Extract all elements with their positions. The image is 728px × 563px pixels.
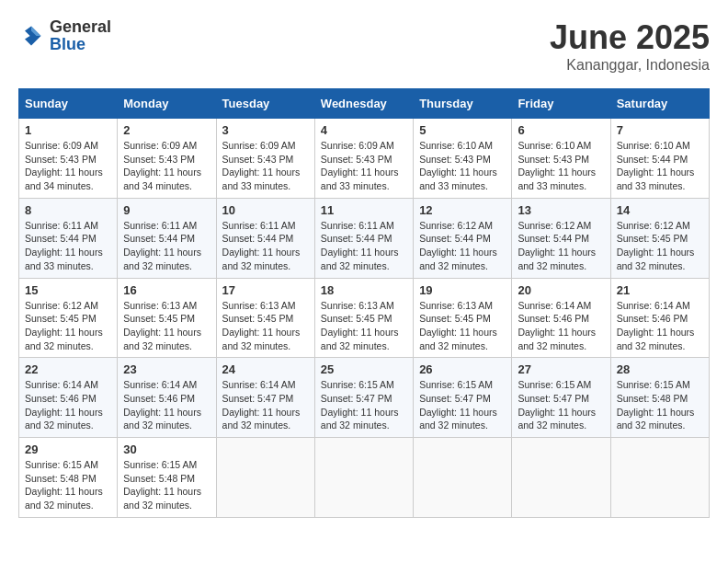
col-monday: Monday — [118, 89, 216, 119]
day-number: 25 — [321, 362, 407, 376]
cell-content: Sunrise: 6:13 AMSunset: 5:45 PMDaylight:… — [419, 299, 506, 353]
table-cell: 5Sunrise: 6:10 AMSunset: 5:43 PMDaylight… — [414, 119, 512, 199]
day-number: 8 — [25, 203, 111, 217]
day-number: 15 — [25, 283, 111, 297]
table-cell: 1Sunrise: 6:09 AMSunset: 5:43 PMDaylight… — [19, 119, 118, 199]
day-number: 20 — [518, 283, 604, 297]
table-cell: 4Sunrise: 6:09 AMSunset: 5:43 PMDaylight… — [314, 119, 413, 199]
table-cell — [216, 438, 314, 518]
page-header: General Blue June 2025 Kananggar, Indone… — [18, 18, 710, 74]
day-number: 27 — [518, 362, 604, 376]
day-number: 19 — [419, 283, 506, 297]
table-cell: 21Sunrise: 6:14 AMSunset: 5:46 PMDayligh… — [610, 278, 709, 358]
cell-content: Sunrise: 6:14 AMSunset: 5:46 PMDaylight:… — [617, 299, 703, 353]
cell-content: Sunrise: 6:10 AMSunset: 5:44 PMDaylight:… — [617, 139, 703, 193]
table-cell: 25Sunrise: 6:15 AMSunset: 5:47 PMDayligh… — [314, 358, 413, 438]
col-saturday: Saturday — [610, 89, 709, 119]
month-title: June 2025 — [550, 18, 710, 57]
cell-content: Sunrise: 6:12 AMSunset: 5:45 PMDaylight:… — [617, 219, 703, 273]
day-number: 22 — [25, 362, 111, 376]
table-cell: 11Sunrise: 6:11 AMSunset: 5:44 PMDayligh… — [314, 198, 413, 278]
table-cell: 10Sunrise: 6:11 AMSunset: 5:44 PMDayligh… — [216, 198, 314, 278]
day-number: 16 — [123, 283, 210, 297]
day-number: 2 — [123, 123, 210, 137]
day-number: 5 — [419, 123, 506, 137]
col-tuesday: Tuesday — [216, 89, 314, 119]
table-cell: 17Sunrise: 6:13 AMSunset: 5:45 PMDayligh… — [216, 278, 314, 358]
day-number: 1 — [25, 123, 111, 137]
cell-content: Sunrise: 6:15 AMSunset: 5:48 PMDaylight:… — [617, 378, 703, 432]
week-row-5: 29Sunrise: 6:15 AMSunset: 5:48 PMDayligh… — [19, 438, 710, 518]
day-number: 9 — [123, 203, 210, 217]
day-number: 24 — [222, 362, 309, 376]
table-cell: 24Sunrise: 6:14 AMSunset: 5:47 PMDayligh… — [216, 358, 314, 438]
table-cell: 30Sunrise: 6:15 AMSunset: 5:48 PMDayligh… — [118, 438, 216, 518]
table-cell: 20Sunrise: 6:14 AMSunset: 5:46 PMDayligh… — [512, 278, 610, 358]
calendar-table: Sunday Monday Tuesday Wednesday Thursday… — [18, 88, 710, 518]
table-cell: 27Sunrise: 6:15 AMSunset: 5:47 PMDayligh… — [512, 358, 610, 438]
table-cell: 6Sunrise: 6:10 AMSunset: 5:43 PMDaylight… — [512, 119, 610, 199]
table-cell: 7Sunrise: 6:10 AMSunset: 5:44 PMDaylight… — [610, 119, 709, 199]
table-cell: 15Sunrise: 6:12 AMSunset: 5:45 PMDayligh… — [19, 278, 118, 358]
cell-content: Sunrise: 6:11 AMSunset: 5:44 PMDaylight:… — [321, 219, 407, 273]
cell-content: Sunrise: 6:15 AMSunset: 5:47 PMDaylight:… — [321, 378, 407, 432]
day-number: 28 — [617, 362, 703, 376]
day-number: 6 — [518, 123, 604, 137]
table-cell — [610, 438, 709, 518]
day-number: 13 — [518, 203, 604, 217]
cell-content: Sunrise: 6:10 AMSunset: 5:43 PMDaylight:… — [419, 139, 506, 193]
week-row-1: 1Sunrise: 6:09 AMSunset: 5:43 PMDaylight… — [19, 119, 710, 199]
table-cell: 19Sunrise: 6:13 AMSunset: 5:45 PMDayligh… — [414, 278, 512, 358]
cell-content: Sunrise: 6:12 AMSunset: 5:44 PMDaylight:… — [518, 219, 604, 273]
table-cell: 29Sunrise: 6:15 AMSunset: 5:48 PMDayligh… — [19, 438, 118, 518]
cell-content: Sunrise: 6:15 AMSunset: 5:48 PMDaylight:… — [123, 458, 210, 512]
location-title: Kananggar, Indonesia — [550, 57, 710, 74]
cell-content: Sunrise: 6:11 AMSunset: 5:44 PMDaylight:… — [123, 219, 210, 273]
logo-general: General Blue — [50, 18, 111, 53]
table-cell — [512, 438, 610, 518]
table-cell — [314, 438, 413, 518]
table-cell: 13Sunrise: 6:12 AMSunset: 5:44 PMDayligh… — [512, 198, 610, 278]
col-sunday: Sunday — [19, 89, 118, 119]
cell-content: Sunrise: 6:11 AMSunset: 5:44 PMDaylight:… — [222, 219, 309, 273]
cell-content: Sunrise: 6:15 AMSunset: 5:48 PMDaylight:… — [25, 458, 111, 512]
table-cell: 3Sunrise: 6:09 AMSunset: 5:43 PMDaylight… — [216, 119, 314, 199]
table-cell: 16Sunrise: 6:13 AMSunset: 5:45 PMDayligh… — [118, 278, 216, 358]
table-cell: 12Sunrise: 6:12 AMSunset: 5:44 PMDayligh… — [414, 198, 512, 278]
calendar-header-row: Sunday Monday Tuesday Wednesday Thursday… — [19, 89, 710, 119]
cell-content: Sunrise: 6:13 AMSunset: 5:45 PMDaylight:… — [123, 299, 210, 353]
day-number: 14 — [617, 203, 703, 217]
cell-content: Sunrise: 6:09 AMSunset: 5:43 PMDaylight:… — [222, 139, 309, 193]
day-number: 26 — [419, 362, 506, 376]
cell-content: Sunrise: 6:09 AMSunset: 5:43 PMDaylight:… — [321, 139, 407, 193]
logo: General Blue — [18, 18, 111, 53]
table-cell: 26Sunrise: 6:15 AMSunset: 5:47 PMDayligh… — [414, 358, 512, 438]
table-cell: 14Sunrise: 6:12 AMSunset: 5:45 PMDayligh… — [610, 198, 709, 278]
day-number: 11 — [321, 203, 407, 217]
cell-content: Sunrise: 6:09 AMSunset: 5:43 PMDaylight:… — [25, 139, 111, 193]
day-number: 4 — [321, 123, 407, 137]
week-row-2: 8Sunrise: 6:11 AMSunset: 5:44 PMDaylight… — [19, 198, 710, 278]
table-cell: 2Sunrise: 6:09 AMSunset: 5:43 PMDaylight… — [118, 119, 216, 199]
cell-content: Sunrise: 6:13 AMSunset: 5:45 PMDaylight:… — [222, 299, 309, 353]
table-cell: 18Sunrise: 6:13 AMSunset: 5:45 PMDayligh… — [314, 278, 413, 358]
cell-content: Sunrise: 6:12 AMSunset: 5:45 PMDaylight:… — [25, 299, 111, 353]
table-cell — [414, 438, 512, 518]
cell-content: Sunrise: 6:14 AMSunset: 5:46 PMDaylight:… — [123, 378, 210, 432]
cell-content: Sunrise: 6:09 AMSunset: 5:43 PMDaylight:… — [123, 139, 210, 193]
logo-icon — [18, 23, 44, 49]
cell-content: Sunrise: 6:15 AMSunset: 5:47 PMDaylight:… — [518, 378, 604, 432]
cell-content: Sunrise: 6:14 AMSunset: 5:46 PMDaylight:… — [518, 299, 604, 353]
table-cell: 8Sunrise: 6:11 AMSunset: 5:44 PMDaylight… — [19, 198, 118, 278]
table-cell: 9Sunrise: 6:11 AMSunset: 5:44 PMDaylight… — [118, 198, 216, 278]
cell-content: Sunrise: 6:14 AMSunset: 5:47 PMDaylight:… — [222, 378, 309, 432]
day-number: 21 — [617, 283, 703, 297]
day-number: 17 — [222, 283, 309, 297]
cell-content: Sunrise: 6:14 AMSunset: 5:46 PMDaylight:… — [25, 378, 111, 432]
day-number: 12 — [419, 203, 506, 217]
cell-content: Sunrise: 6:10 AMSunset: 5:43 PMDaylight:… — [518, 139, 604, 193]
table-cell: 22Sunrise: 6:14 AMSunset: 5:46 PMDayligh… — [19, 358, 118, 438]
table-cell: 28Sunrise: 6:15 AMSunset: 5:48 PMDayligh… — [610, 358, 709, 438]
day-number: 29 — [25, 442, 111, 456]
cell-content: Sunrise: 6:12 AMSunset: 5:44 PMDaylight:… — [419, 219, 506, 273]
